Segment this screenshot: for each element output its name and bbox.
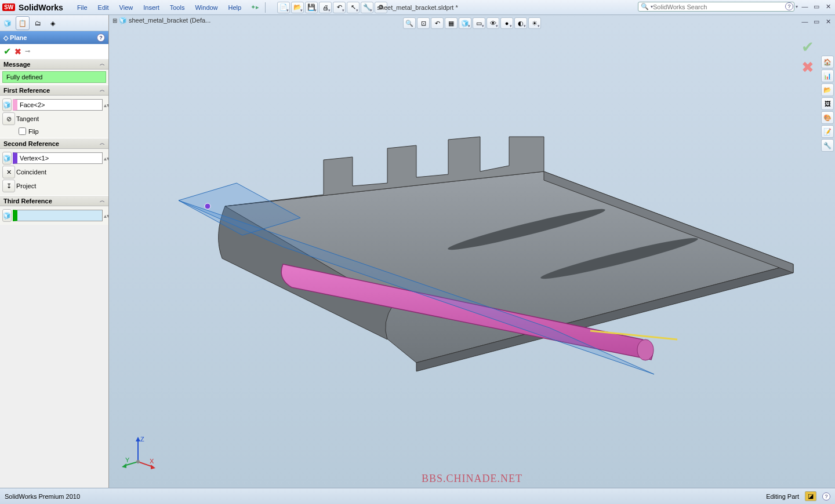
- section-first-ref-label: First Reference: [3, 87, 50, 94]
- collapse-icon[interactable]: ︿: [100, 140, 105, 147]
- svg-point-10: [205, 203, 210, 209]
- second-ref-coincident: Coincident: [16, 169, 46, 176]
- menu-file[interactable]: File: [72, 2, 92, 13]
- first-ref-tangent: Tangent: [16, 115, 39, 122]
- section-third-ref-header[interactable]: Third Reference ︿: [0, 195, 108, 206]
- product-label: SolidWorks Premium 2010: [5, 493, 80, 500]
- second-ref-project: Project: [16, 182, 36, 189]
- flip-checkbox[interactable]: [19, 127, 26, 135]
- main-menu: File Edit View Insert Tools Window Help: [72, 2, 246, 13]
- svg-marker-12: [136, 437, 140, 441]
- manager-tabs: 🧊 📋 🗂 ◈: [0, 15, 108, 31]
- reference-entity-icon[interactable]: 🧊: [2, 152, 12, 165]
- flip-label: Flip: [28, 128, 39, 135]
- reference-entity-icon[interactable]: 🧊: [2, 98, 12, 111]
- section-message-header[interactable]: Message ︿: [0, 59, 108, 70]
- triad-x: X: [150, 458, 154, 465]
- pm-title: Plane: [10, 34, 27, 41]
- section-third-ref-label: Third Reference: [3, 198, 52, 204]
- svg-point-6: [637, 339, 654, 360]
- menu-insert[interactable]: Insert: [139, 2, 164, 13]
- save-button[interactable]: 💾: [305, 2, 318, 13]
- section-first-ref-header[interactable]: First Reference ︿: [0, 85, 108, 96]
- coincident-icon[interactable]: ✕: [2, 166, 15, 178]
- status-bar: SolidWorks Premium 2010 Editing Part ◪ ?: [0, 488, 835, 504]
- titlebar: SW SolidWorks File Edit View Insert Tool…: [0, 0, 835, 15]
- orientation-triad[interactable]: Z X Y: [121, 436, 155, 470]
- rebuild-button[interactable]: 🔧: [361, 2, 373, 13]
- pm-action-row: ✔ ✖ ⊸: [0, 44, 108, 59]
- help-dropdown-icon[interactable]: ▾: [796, 4, 798, 9]
- quick-access-toolbar: 📄 📂 💾 🖨 ↶ ↖ 🔧 ⚙: [277, 2, 387, 13]
- svg-marker-16: [122, 463, 126, 468]
- watermark-text: BBS.CHINADE.NET: [422, 473, 522, 485]
- second-reference-input[interactable]: [13, 152, 103, 164]
- dimxpert-manager-tab[interactable]: ◈: [46, 16, 60, 30]
- tangent-icon[interactable]: ⊘: [2, 112, 15, 125]
- new-button[interactable]: 📄: [277, 2, 290, 13]
- graphics-viewport[interactable]: ⊞ 🧊 sheet_metal_bracket (Defa... 🔍 ⊡ ↶ ▦…: [109, 15, 835, 488]
- status-help-icon[interactable]: ?: [822, 492, 830, 501]
- minimize-button[interactable]: —: [800, 2, 809, 10]
- select-button[interactable]: ↖: [347, 2, 360, 13]
- window-controls: ? ▾ — ▭ ✕: [785, 2, 833, 10]
- help-icon[interactable]: ?: [785, 2, 793, 10]
- triad-z: Z: [140, 436, 144, 443]
- document-title: sheet_metal_bracket.sldprt *: [377, 4, 458, 11]
- reference-entity-icon[interactable]: 🧊: [2, 209, 12, 222]
- print-button[interactable]: 🖨: [319, 2, 332, 13]
- section-second-ref-label: Second Reference: [3, 140, 59, 147]
- pm-help-icon[interactable]: ?: [97, 34, 105, 42]
- menu-view[interactable]: View: [115, 2, 138, 13]
- undo-button[interactable]: ↶: [333, 2, 346, 13]
- collapse-icon[interactable]: ︿: [100, 60, 105, 68]
- ok-button[interactable]: ✔: [3, 46, 11, 57]
- triad-y: Y: [125, 456, 130, 463]
- unit-system-icon[interactable]: ◪: [805, 491, 816, 501]
- open-button[interactable]: 📂: [291, 2, 304, 13]
- section-second-ref-header[interactable]: Second Reference ︿: [0, 138, 108, 149]
- plane-status-text: Fully defined: [2, 71, 106, 83]
- search-input[interactable]: [653, 3, 792, 10]
- menu-tools[interactable]: Tools: [165, 2, 190, 13]
- feature-manager-tab[interactable]: 🧊: [1, 16, 14, 30]
- search-box[interactable]: 🔍 ▾: [638, 2, 794, 12]
- restore-button[interactable]: ▭: [812, 2, 821, 10]
- first-reference-input[interactable]: [13, 99, 103, 111]
- property-manager-panel: 🧊 📋 🗂 ◈ ◇ Plane ? ✔ ✖ ⊸ Message ︿ Fully …: [0, 15, 109, 488]
- search-icon: 🔍: [641, 3, 649, 10]
- app-name: SolidWorks: [19, 3, 63, 12]
- project-icon[interactable]: ↧: [2, 180, 15, 192]
- property-manager-tab[interactable]: 📋: [16, 16, 30, 30]
- plane-icon: ◇: [3, 34, 8, 41]
- model-render: [109, 15, 835, 488]
- collapse-icon[interactable]: ︿: [100, 86, 105, 94]
- menu-edit[interactable]: Edit: [93, 2, 114, 13]
- svg-marker-14: [151, 465, 155, 469]
- pm-title-bar: ◇ Plane ?: [0, 31, 108, 44]
- menu-window[interactable]: Window: [190, 2, 222, 13]
- configuration-manager-tab[interactable]: 🗂: [31, 16, 45, 30]
- close-button[interactable]: ✕: [823, 2, 833, 10]
- third-reference-input[interactable]: [13, 210, 103, 221]
- svg-point-17: [136, 460, 140, 463]
- section-message-label: Message: [3, 61, 30, 68]
- app-logo: SW: [2, 3, 15, 11]
- editing-mode-label: Editing Part: [766, 493, 799, 500]
- menu-help[interactable]: Help: [224, 2, 246, 13]
- pushpin-icon[interactable]: ⊸: [25, 48, 30, 55]
- cancel-button[interactable]: ✖: [14, 47, 21, 56]
- menu-flyout-icon[interactable]: ✦▸: [251, 3, 259, 11]
- collapse-icon[interactable]: ︿: [100, 197, 105, 204]
